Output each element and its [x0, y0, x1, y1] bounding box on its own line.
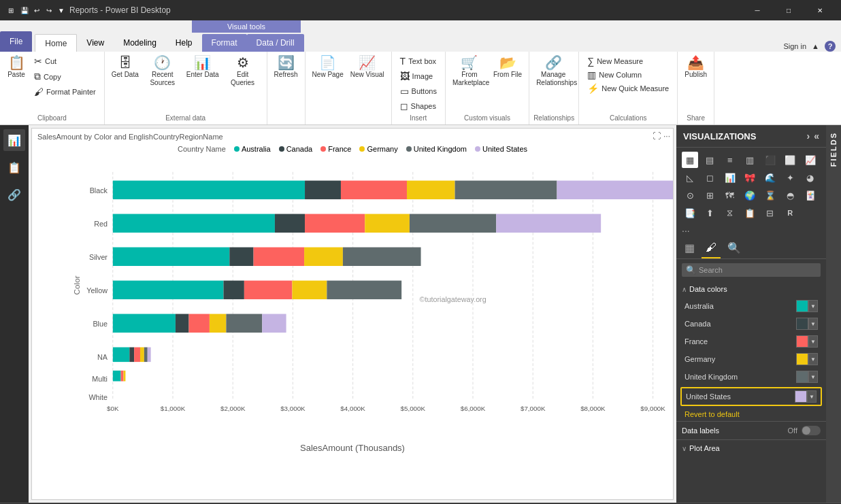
germany-color-btn[interactable]: ▼ [796, 353, 818, 365]
copy-button[interactable]: ⧉ Copy [30, 69, 100, 84]
tab-file[interactable]: File [0, 31, 32, 52]
viz-card[interactable]: 🃏 [802, 187, 819, 203]
canada-color-btn[interactable]: ▼ [796, 318, 818, 330]
france-color-btn[interactable]: ▼ [796, 335, 818, 348]
from-file-button[interactable]: 📂 From File [491, 54, 525, 80]
calculations-col: ∑ New Measure ▥ New Column ⚡ New Quick M… [583, 54, 673, 95]
sidebar-data-icon[interactable]: 📋 [3, 156, 25, 178]
new-column-button[interactable]: ▥ New Column [583, 68, 673, 82]
uk-dropdown[interactable]: ▼ [808, 371, 818, 383]
format-tab-analytics[interactable]: 🔍 [723, 239, 745, 258]
relationships-icon: 🔗 [545, 56, 562, 69]
signin-button[interactable]: Sign in [783, 42, 806, 50]
enter-data-button[interactable]: 📊 Enter Data [184, 54, 222, 80]
undo-icon[interactable]: ↩ [31, 5, 42, 16]
refresh-button[interactable]: 🔄 Refresh [271, 54, 301, 80]
viz-funnel[interactable]: ⌛ [762, 187, 778, 203]
tab-view[interactable]: View [77, 34, 114, 52]
edit-queries-button[interactable]: ⚙ Edit Queries [223, 54, 263, 88]
france-dropdown[interactable]: ▼ [808, 335, 818, 348]
cut-button[interactable]: ✂ Cut [30, 54, 100, 68]
viz-kpi[interactable]: ⬆ [702, 205, 718, 221]
viz-stacked-column[interactable]: ⬛ [762, 152, 778, 168]
format-painter-button[interactable]: 🖌 Format Painter [30, 85, 100, 99]
viz-scatter[interactable]: ✦ [782, 169, 798, 186]
viz-waterfall[interactable]: 🌊 [762, 169, 778, 186]
new-quick-measure-button[interactable]: ⚡ New Quick Measure [583, 82, 673, 95]
viz-matrix[interactable]: ⊟ [762, 205, 778, 221]
format-tab-fields[interactable]: ▦ [680, 239, 699, 258]
expand-icon[interactable]: ▲ [812, 42, 819, 50]
australia-color-btn[interactable]: ▼ [796, 300, 818, 312]
publish-button[interactable]: 📤 Publish [682, 54, 710, 80]
text-box-button[interactable]: T Text box [396, 54, 441, 68]
new-visual-button[interactable]: 📈 New Visual [348, 54, 387, 80]
viz-stacked-area[interactable]: ◻ [702, 169, 718, 186]
expand-icon[interactable]: ⛶ [653, 131, 661, 141]
minimize-button[interactable]: ─ [742, 0, 773, 20]
viz-gauge[interactable]: ◓ [782, 187, 798, 203]
canada-dropdown[interactable]: ▼ [808, 318, 818, 330]
data-colors-header[interactable]: ∧ Data colors [676, 281, 826, 297]
sidebar-report-icon[interactable]: 📊 [3, 129, 25, 151]
shapes-button[interactable]: ◻ Shapes [396, 99, 441, 113]
viz-ribbon[interactable]: 🎀 [742, 169, 758, 186]
tab-format[interactable]: Format [202, 34, 247, 52]
viz-stacked-column-100[interactable]: ⬜ [782, 152, 798, 168]
save-icon[interactable]: 💾 [19, 5, 30, 16]
help-icon[interactable]: ? [825, 41, 836, 52]
us-color-btn[interactable]: ▼ [795, 390, 817, 403]
customize-icon[interactable]: ▼ [56, 5, 67, 16]
panel-collapse-icon[interactable]: « [814, 131, 819, 141]
viz-stacked-bar[interactable]: ▦ [682, 152, 698, 168]
viz-map[interactable]: 🗺 [722, 187, 738, 203]
format-tab-paintbrush[interactable]: 🖌 [702, 239, 721, 258]
viz-table[interactable]: 📋 [742, 205, 758, 221]
manage-relationships-button[interactable]: 🔗 Manage Relationships [533, 54, 573, 88]
data-labels-toggle[interactable] [802, 426, 821, 435]
redo-icon[interactable]: ↪ [44, 5, 54, 16]
viz-pie[interactable]: ◕ [802, 169, 819, 186]
tab-modeling[interactable]: Modeling [114, 34, 166, 52]
viz-stacked-bar-100[interactable]: ≡ [722, 152, 738, 168]
germany-dropdown[interactable]: ▼ [808, 353, 818, 365]
paste-button[interactable]: 📋 Paste [4, 54, 29, 80]
viz-line-col[interactable]: 📊 [722, 169, 738, 186]
sidebar-model-icon[interactable]: 🔗 [3, 184, 25, 205]
viz-line[interactable]: 📈 [802, 152, 819, 168]
viz-slicer[interactable]: ⧖ [722, 205, 738, 221]
tab-data-drill[interactable]: Data / Drill [247, 34, 304, 52]
revert-to-default-link[interactable]: Revert to default [676, 407, 826, 421]
us-dropdown[interactable]: ▼ [807, 390, 817, 403]
tab-home[interactable]: Home [35, 34, 77, 52]
recent-sources-button[interactable]: 🕐 Recent Sources [143, 54, 182, 88]
custom-visuals-content: 🛒 From Marketplace 📂 From File [450, 54, 525, 113]
viz-more-dots[interactable]: ··· [676, 225, 826, 239]
viz-r-visual[interactable]: R [782, 205, 798, 221]
search-input[interactable] [699, 266, 817, 274]
viz-treemap[interactable]: ⊞ [702, 187, 718, 203]
viz-multi-row-card[interactable]: 📑 [682, 205, 698, 221]
bar-silver-au [113, 248, 229, 266]
new-measure-button[interactable]: ∑ New Measure [583, 54, 673, 68]
viz-filled-map[interactable]: 🌍 [742, 187, 758, 203]
buttons-button[interactable]: ▭ Buttons [396, 84, 441, 98]
fields-tab[interactable]: FIELDS [826, 125, 841, 503]
tab-help[interactable]: Help [166, 34, 202, 52]
image-button[interactable]: 🖼 Image [396, 69, 441, 83]
panel-expand-icon[interactable]: › [807, 131, 810, 141]
more-icon[interactable]: ··· [663, 131, 670, 141]
viz-clustered-column[interactable]: ▥ [742, 152, 758, 168]
close-button[interactable]: ✕ [804, 0, 836, 20]
from-marketplace-button[interactable]: 🛒 From Marketplace [450, 54, 489, 88]
australia-dropdown[interactable]: ▼ [808, 300, 818, 312]
uk-color-btn[interactable]: ▼ [796, 371, 818, 383]
new-page-button[interactable]: 📄 New Page [310, 54, 346, 80]
viz-donut[interactable]: ⊙ [682, 187, 698, 203]
viz-clustered-bar[interactable]: ▤ [702, 152, 718, 168]
viz-area[interactable]: ◺ [682, 169, 698, 186]
get-data-button[interactable]: 🗄 Get Data [109, 54, 142, 80]
maximize-button[interactable]: □ [773, 0, 804, 20]
plot-area-header[interactable]: ∨ Plot Area [676, 439, 826, 456]
y-label-black: Black [90, 186, 108, 195]
